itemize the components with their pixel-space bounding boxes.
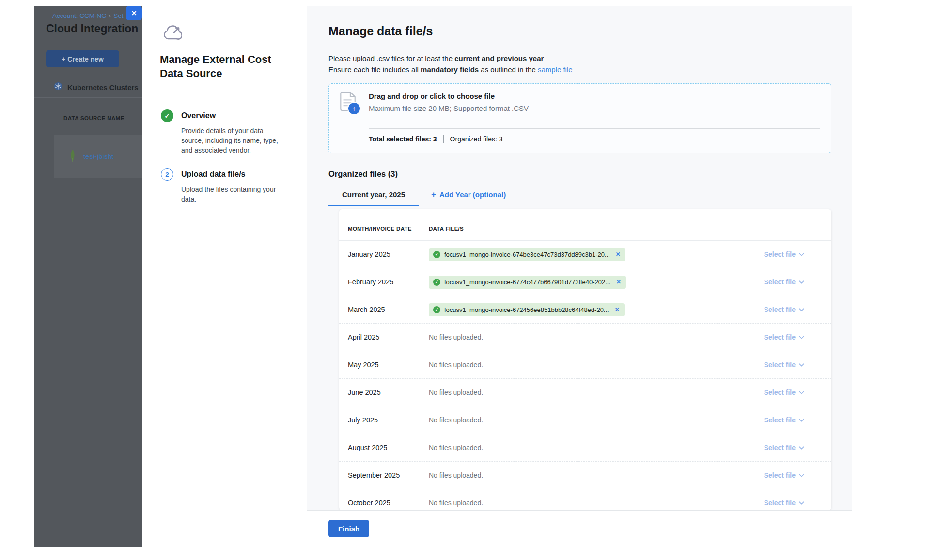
remove-file-icon[interactable]: ✕ (615, 306, 620, 313)
select-file-dropdown[interactable]: Select file (725, 278, 831, 286)
uploaded-file-chip: ✓ focusv1_mongo-invoice-6774c477b667901d… (429, 276, 626, 289)
file-success-check-icon: ✓ (433, 279, 440, 286)
month-label: July 2025 (339, 416, 429, 424)
wizard-title: Manage External Cost Data Source (160, 52, 282, 80)
document-upload-icon: ↑ (340, 91, 363, 118)
chevron-down-icon (799, 391, 804, 394)
month-label: August 2025 (339, 444, 429, 451)
totals-divider (443, 135, 444, 143)
chevron-down-icon (799, 336, 804, 339)
select-file-dropdown[interactable]: Select file (725, 389, 831, 396)
create-new-button[interactable]: + Create new (46, 50, 119, 67)
chevron-down-icon (799, 419, 804, 422)
tab-kubernetes-clusters[interactable]: Kubernetes Clusters (34, 77, 142, 98)
select-file-dropdown[interactable]: Select file (725, 471, 831, 479)
month-label: February 2025 (339, 278, 429, 286)
chevron-down-icon (799, 474, 804, 477)
column-header-data-source-name: DATA SOURCE NAME (63, 115, 125, 121)
table-row-may: May 2025 No files uploaded. Select file (339, 351, 831, 379)
month-label: October 2025 (339, 499, 429, 507)
uploaded-file-chip: ✓ focusv1_mongo-invoice-674be3ce47c73d37… (429, 248, 625, 261)
instruction-line-1: Please upload .csv files for at least th… (328, 53, 573, 64)
column-header-actions (725, 226, 831, 232)
cloud-export-icon (162, 24, 182, 44)
table-row-april: April 2025 No files uploaded. Select fil… (339, 324, 831, 351)
select-file-dropdown[interactable]: Select file (725, 306, 831, 313)
column-header-data-files: DATA FILE/S (429, 226, 725, 232)
month-label: January 2025 (339, 250, 429, 258)
plus-icon: + (431, 191, 436, 198)
select-file-dropdown[interactable]: Select file (725, 361, 831, 369)
remove-file-icon[interactable]: ✕ (616, 251, 621, 258)
table-row-june: June 2025 No files uploaded. Select file (339, 379, 831, 406)
select-file-dropdown[interactable]: Select file (725, 499, 831, 507)
modal-footer: Finish (307, 510, 852, 547)
total-selected-files: Total selected files: 3 (369, 135, 437, 143)
wizard-step-upload[interactable]: 2 Upload data file/s Upload the files co… (161, 168, 285, 204)
finish-button[interactable]: Finish (328, 520, 369, 537)
step-overview-label: Overview (181, 109, 285, 122)
no-files-text: No files uploaded. (429, 471, 483, 479)
dropzone-divider (369, 128, 820, 129)
main-title: Manage data file/s (328, 24, 433, 38)
step-upload-label: Upload data file/s (181, 168, 285, 181)
table-row-october: October 2025 No files uploaded. Select f… (339, 489, 831, 510)
file-name: focusv1_mongo-invoice-674be3ce47c73d37dd… (444, 251, 610, 258)
add-year-label: Add Year (optional) (439, 190, 506, 199)
chevron-down-icon (799, 280, 804, 284)
month-label: March 2025 (339, 306, 429, 313)
month-label: September 2025 (339, 471, 429, 479)
page-title: Cloud Integration (46, 22, 138, 35)
file-totals: Total selected files: 3 Organized files:… (369, 135, 503, 143)
table-row-september: September 2025 No files uploaded. Select… (339, 462, 831, 489)
no-files-text: No files uploaded. (429, 416, 483, 424)
select-file-dropdown[interactable]: Select file (725, 416, 831, 424)
file-success-check-icon: ✓ (433, 251, 440, 258)
file-name: focusv1_mongo-invoice-672456ee851bbb28c6… (444, 306, 609, 313)
month-label: June 2025 (339, 389, 429, 396)
upload-instructions: Please upload .csv files for at least th… (328, 53, 573, 75)
tab-current-year[interactable]: Current year, 2025 (328, 190, 419, 206)
step-overview-description: Provide details of your data source, inc… (181, 126, 285, 155)
file-name: focusv1_mongo-invoice-6774c477b667901d77… (444, 279, 610, 286)
dropzone-subtitle: Maximum file size 20 MB; Supported forma… (369, 104, 529, 112)
table-row-august: August 2025 No files uploaded. Select fi… (339, 434, 831, 462)
table-row-february: February 2025 ✓ focusv1_mongo-invoice-67… (339, 268, 831, 296)
breadcrumb: Account: CCM-NG›Set (52, 12, 124, 19)
dimmed-background-page: Account: CCM-NG›Set Cloud Integration + … (34, 6, 142, 547)
table-header: MONTH/INVOICE DATE DATA FILE/S (339, 209, 831, 241)
breadcrumb-separator: › (109, 12, 111, 19)
remove-file-icon[interactable]: ✕ (616, 279, 621, 285)
kubernetes-icon (54, 82, 62, 93)
month-label: May 2025 (339, 361, 429, 369)
add-year-button[interactable]: + Add Year (optional) (431, 190, 506, 206)
step-complete-check-icon: ✓ (161, 109, 173, 122)
step-upload-description: Upload the files containing your data. (181, 185, 285, 204)
close-icon[interactable]: ✕ (126, 6, 142, 20)
dropzone-title: Drag and drop or click to choose file (369, 92, 495, 100)
no-files-text: No files uploaded. (429, 389, 483, 396)
table-row-march: March 2025 ✓ focusv1_mongo-invoice-67245… (339, 296, 831, 324)
select-file-dropdown[interactable]: Select file (725, 444, 831, 451)
breadcrumb-section-link[interactable]: Set (113, 12, 123, 19)
mongodb-leaf-icon (69, 149, 77, 164)
uploaded-file-chip: ✓ focusv1_mongo-invoice-672456ee851bbb28… (429, 303, 625, 316)
month-label: April 2025 (339, 333, 429, 341)
breadcrumb-account-link[interactable]: Account: CCM-NG (52, 12, 107, 19)
wizard-step-overview[interactable]: ✓ Overview Provide details of your data … (161, 109, 285, 155)
step-number-badge: 2 (161, 168, 173, 181)
chevron-down-icon (799, 501, 804, 505)
table-row-january: January 2025 ✓ focusv1_mongo-invoice-674… (339, 241, 831, 268)
file-success-check-icon: ✓ (433, 306, 440, 313)
sample-file-link[interactable]: sample file (538, 65, 573, 74)
data-source-name-link[interactable]: test-jbisht (83, 153, 113, 160)
organized-files-heading: Organized files (3) (328, 170, 398, 179)
instruction-line-2: Ensure each file includes all mandatory … (328, 64, 573, 75)
no-files-text: No files uploaded. (429, 361, 483, 369)
organized-files-count: Organized files: 3 (450, 135, 503, 143)
no-files-text: No files uploaded. (429, 444, 483, 451)
file-dropzone[interactable]: ↑ Drag and drop or click to choose file … (328, 83, 831, 153)
select-file-dropdown[interactable]: Select file (725, 250, 831, 258)
select-file-dropdown[interactable]: Select file (725, 333, 831, 341)
year-tabs: Current year, 2025 + Add Year (optional) (328, 190, 506, 206)
